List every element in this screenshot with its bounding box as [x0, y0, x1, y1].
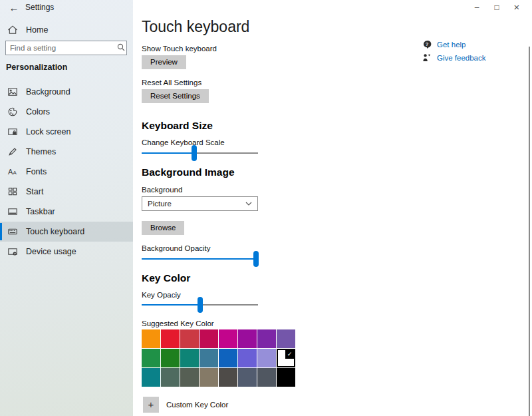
color-swatch[interactable] — [161, 329, 180, 348]
color-swatch[interactable]: ✓ — [277, 349, 295, 367]
keyboard-icon — [7, 226, 18, 237]
color-swatch[interactable] — [238, 329, 257, 348]
taskbar-icon — [7, 206, 18, 217]
sidebar-item-device-usage[interactable]: Device usage — [0, 242, 133, 262]
color-swatch[interactable] — [257, 349, 276, 367]
color-swatch[interactable] — [238, 368, 257, 387]
suggested-color-grid: ✓ — [142, 329, 295, 387]
device-usage-icon — [7, 246, 18, 257]
show-touch-keyboard-label: Show Touch keyboard — [142, 45, 217, 53]
color-swatch[interactable] — [180, 329, 199, 348]
color-swatch[interactable] — [277, 329, 295, 348]
selected-check-icon: ✓ — [285, 350, 294, 359]
search-input[interactable] — [6, 44, 116, 52]
color-swatch[interactable] — [277, 368, 295, 387]
back-button[interactable]: ← — [7, 1, 21, 15]
sidebar-item-lock-screen[interactable]: Lock screen — [0, 122, 133, 142]
key-opacity-slider[interactable] — [142, 297, 258, 313]
sidebar-item-label: Start — [26, 187, 43, 196]
color-swatch[interactable] — [142, 349, 160, 367]
color-swatch[interactable] — [180, 349, 199, 367]
custom-key-color-button[interactable]: + — [143, 397, 159, 413]
background-select[interactable]: Picture — [142, 196, 258, 211]
custom-key-color-label: Custom Key Color — [166, 401, 228, 409]
lock-screen-icon — [7, 126, 18, 137]
sidebar-item-label: Background — [26, 87, 70, 97]
maximize-button[interactable]: □ — [487, 0, 507, 15]
color-swatch[interactable] — [257, 368, 276, 387]
key-color-heading: Key Color — [142, 272, 190, 284]
background-image-heading: Background Image — [142, 166, 235, 178]
slider-thumb[interactable] — [253, 251, 259, 267]
sidebar-item-label: Touch keyboard — [26, 227, 84, 236]
preview-button[interactable]: Preview — [142, 55, 186, 69]
sidebar-item-label: Themes — [26, 147, 56, 156]
page-title: Touch keyboard — [142, 18, 249, 36]
sidebar-item-label: Colors — [26, 107, 50, 116]
window-controls: – □ × — [467, 0, 527, 15]
color-swatch[interactable] — [200, 349, 218, 367]
slider-fill — [142, 258, 256, 260]
color-swatch[interactable] — [200, 329, 218, 348]
svg-text:A: A — [13, 170, 17, 176]
reset-settings-button[interactable]: Reset Settings — [142, 89, 209, 103]
color-swatch[interactable] — [219, 368, 237, 387]
slider-fill — [142, 304, 200, 306]
sidebar: ← Settings Home Personalization — [0, 0, 133, 416]
color-swatch[interactable] — [161, 349, 180, 367]
color-swatch[interactable] — [238, 349, 257, 367]
start-icon — [7, 186, 18, 197]
sidebar-item-taskbar[interactable]: Taskbar — [0, 202, 133, 222]
chevron-down-icon — [245, 202, 252, 206]
palette-icon — [7, 106, 18, 117]
browse-button[interactable]: Browse — [142, 221, 184, 235]
home-icon — [7, 25, 18, 35]
background-select-value: Picture — [148, 200, 172, 208]
sidebar-item-label: Device usage — [26, 247, 76, 256]
slider-thumb[interactable] — [198, 297, 203, 313]
themes-icon — [7, 146, 18, 157]
reset-all-settings-label: Reset All Settings — [142, 79, 201, 87]
sidebar-item-background[interactable]: Background — [0, 82, 133, 102]
settings-window: ← Settings Home Personalization — [0, 0, 532, 416]
sidebar-item-label: Taskbar — [26, 207, 55, 216]
sidebar-item-fonts[interactable]: A A Fonts — [0, 162, 133, 182]
sidebar-item-themes[interactable]: Themes — [0, 142, 133, 162]
color-swatch[interactable] — [200, 368, 218, 387]
color-swatch[interactable] — [161, 368, 180, 387]
sidebar-section-title: Personalization — [6, 63, 67, 72]
color-swatch[interactable] — [142, 329, 160, 348]
sidebar-nav: Background Colors Lock screen — [0, 82, 133, 262]
fonts-icon: A A — [7, 166, 18, 177]
slider-thumb[interactable] — [192, 145, 197, 161]
color-swatch[interactable] — [219, 329, 237, 348]
keyboard-size-heading: Keyboard Size — [142, 120, 213, 132]
sidebar-item-label: Fonts — [26, 167, 47, 176]
image-icon — [7, 87, 18, 97]
close-button[interactable]: × — [507, 0, 527, 15]
vertical-scrollbar[interactable] — [529, 47, 530, 416]
sidebar-item-start[interactable]: Start — [0, 182, 133, 202]
main-content: Touch keyboard Show Touch keyboard Previ… — [142, 0, 454, 416]
color-swatch[interactable] — [142, 368, 160, 387]
keyboard-scale-slider[interactable] — [142, 145, 258, 161]
search-icon[interactable] — [116, 43, 128, 53]
search-box[interactable] — [5, 41, 127, 55]
app-title: Settings — [25, 3, 54, 12]
sidebar-item-touch-keyboard[interactable]: Touch keyboard — [0, 222, 133, 242]
color-swatch[interactable] — [180, 368, 199, 387]
slider-fill — [142, 152, 194, 154]
background-label: Background — [142, 186, 182, 194]
sidebar-item-colors[interactable]: Colors — [0, 102, 133, 122]
color-swatch[interactable] — [257, 329, 276, 348]
sidebar-item-label: Home — [26, 25, 48, 35]
suggested-key-color-label: Suggested Key Color — [142, 319, 214, 327]
background-opacity-slider[interactable] — [142, 251, 258, 267]
sidebar-item-label: Lock screen — [26, 127, 70, 136]
minimize-button[interactable]: – — [467, 0, 487, 15]
color-swatch[interactable] — [219, 349, 237, 367]
sidebar-item-home[interactable]: Home — [0, 21, 133, 39]
